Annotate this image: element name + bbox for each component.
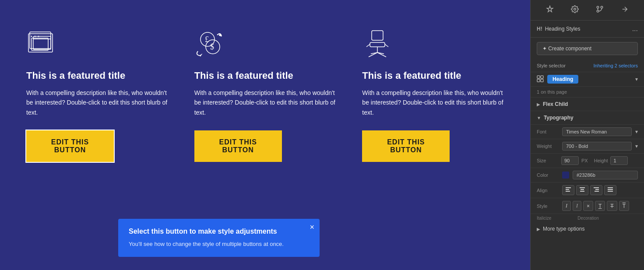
svg-rect-13 — [370, 42, 385, 47]
svg-rect-12 — [372, 31, 383, 40]
cards-container: This is a featured title With a compelli… — [0, 0, 530, 188]
card-1: This is a featured title With a compelli… — [13, 18, 181, 171]
edit-button-1[interactable]: EDIT THIS BUTTON — [26, 130, 114, 162]
align-left-button[interactable] — [562, 185, 574, 195]
strikethrough-button[interactable]: T — [607, 201, 617, 211]
edit-button-3[interactable]: EDIT THIS BUTTON — [362, 130, 450, 162]
font-label: Font — [537, 129, 559, 134]
heading-selector-tag[interactable]: Heading — [547, 75, 578, 84]
card-2: £ $ This is a featured title With a comp… — [181, 18, 349, 171]
style-buttons: I I × T T T — [562, 201, 629, 211]
panel-header-title: H! Heading Styles — [537, 26, 580, 32]
align-label: Align — [537, 188, 559, 193]
overline-button[interactable]: T — [619, 201, 629, 211]
svg-rect-29 — [537, 79, 540, 82]
style-row: Style I I × T T T — [531, 198, 644, 214]
card-3-desc: With a compelling description like this,… — [362, 88, 504, 117]
align-right-button[interactable] — [590, 185, 602, 195]
typography-section[interactable]: ▼ Typography — [531, 111, 644, 125]
selector-dropdown-arrow[interactable]: ▾ — [635, 76, 638, 82]
card-1-desc: With a compelling description like this,… — [26, 88, 168, 117]
svg-rect-37 — [594, 187, 599, 188]
svg-rect-39 — [595, 191, 599, 192]
inheriting-selectors-link[interactable]: Inheriting 2 selectors — [594, 63, 638, 68]
svg-rect-30 — [541, 79, 543, 82]
svg-rect-28 — [541, 76, 543, 78]
on-this-page-label: 1 on this page — [531, 87, 644, 98]
more-type-label: More type options — [543, 226, 584, 232]
font-value[interactable]: Times New Roman — [562, 127, 632, 136]
underline-button[interactable]: T — [595, 201, 605, 211]
card-2-title: This is a featured title — [194, 70, 336, 81]
style-label: Style — [537, 203, 559, 209]
italicize-label: Italicize — [537, 216, 551, 221]
office-chair-icon — [362, 28, 393, 59]
branch-icon[interactable] — [596, 5, 604, 15]
svg-text:£: £ — [205, 35, 209, 44]
height-input[interactable] — [610, 156, 628, 165]
weight-row: Weight 700 - Bold ▾ — [531, 139, 644, 154]
more-type-arrow: ▶ — [537, 227, 540, 231]
italic-button[interactable]: I — [562, 201, 571, 211]
weight-dropdown-arrow[interactable]: ▾ — [635, 143, 638, 149]
style-selector-label: Style selector — [537, 63, 566, 68]
tooltip-desc: You'll see how to change the style of mu… — [129, 240, 309, 249]
align-center-button[interactable] — [576, 185, 588, 195]
color-label: Color — [537, 172, 559, 178]
color-swatch[interactable] — [562, 172, 569, 179]
canvas-area: This is a featured title With a compelli… — [0, 0, 530, 270]
svg-rect-5 — [30, 32, 51, 49]
remove-style-button[interactable]: × — [583, 201, 593, 211]
browser-windows-icon — [26, 28, 57, 59]
weight-value[interactable]: 700 - Bold — [562, 142, 632, 151]
panel-dots-button[interactable]: ... — [632, 25, 638, 33]
svg-rect-31 — [566, 187, 571, 188]
tooltip-title: Select this button to make style adjustm… — [129, 228, 309, 235]
size-input[interactable] — [561, 156, 579, 165]
italic-slant-button[interactable]: I — [573, 201, 581, 211]
flex-child-section[interactable]: ▶ Flex Child — [531, 98, 644, 111]
edit-button-2[interactable]: EDIT THIS BUTTON — [194, 130, 282, 162]
size-label: Size — [537, 158, 559, 163]
font-dropdown-arrow[interactable]: ▾ — [635, 129, 638, 135]
svg-rect-35 — [581, 189, 584, 190]
gear-icon[interactable] — [571, 5, 579, 15]
currency-exchange-icon: £ $ — [194, 28, 225, 59]
card-1-icon — [26, 26, 168, 61]
create-component-button[interactable]: ✦ Create component — [537, 42, 638, 55]
heading-styles-title: Heading Styles — [545, 26, 581, 32]
weight-label: Weight — [537, 144, 559, 149]
svg-point-22 — [597, 10, 599, 12]
align-row: Align — [531, 182, 644, 198]
card-3-icon — [362, 26, 504, 61]
svg-rect-36 — [580, 191, 584, 192]
color-row: Color #23286b — [531, 168, 644, 182]
svg-point-24 — [601, 6, 603, 8]
align-justify-button[interactable] — [604, 185, 616, 195]
svg-rect-32 — [566, 189, 569, 190]
paint-icon[interactable] — [546, 5, 554, 15]
flex-child-label: Flex Child — [543, 101, 568, 107]
typography-arrow: ▼ — [537, 116, 541, 120]
svg-line-20 — [385, 44, 388, 47]
panel-toolbar — [531, 0, 644, 21]
decoration-label: Decoration — [577, 216, 598, 221]
font-row: Font Times New Roman ▾ — [531, 125, 644, 139]
svg-rect-41 — [608, 189, 613, 190]
card-2-icon: £ $ — [194, 26, 336, 61]
arrow-icon[interactable] — [621, 5, 629, 15]
svg-rect-34 — [580, 187, 585, 188]
svg-point-21 — [574, 8, 576, 11]
card-3: This is a featured title With a compelli… — [349, 18, 517, 171]
svg-text:$: $ — [210, 42, 214, 51]
size-row: Size PX Height — [531, 154, 644, 168]
svg-point-23 — [597, 6, 599, 8]
svg-rect-38 — [595, 189, 599, 190]
more-type-options[interactable]: ▶ More type options — [531, 222, 644, 235]
size-unit: PX — [581, 158, 588, 163]
svg-rect-42 — [608, 191, 613, 192]
color-hex-value[interactable]: #23286b — [573, 171, 638, 179]
tooltip-close-button[interactable]: × — [310, 223, 314, 231]
svg-line-19 — [366, 44, 370, 47]
align-buttons — [562, 185, 616, 195]
